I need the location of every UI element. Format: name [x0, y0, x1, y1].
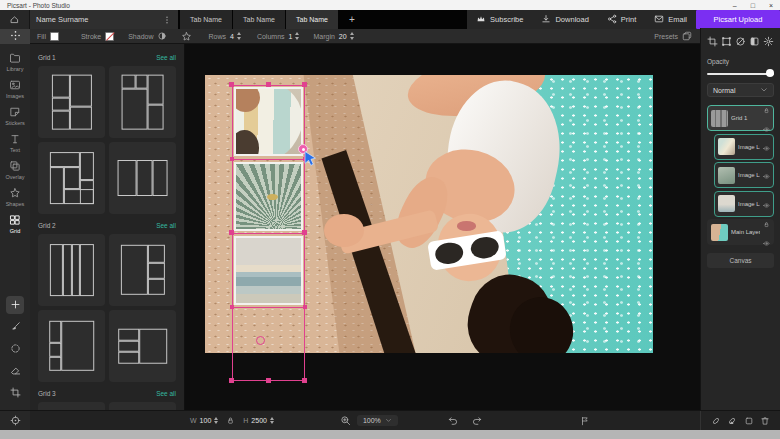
gear-icon-button[interactable]	[763, 33, 774, 51]
zoom-icon[interactable]	[340, 415, 351, 426]
download-button[interactable]: Download	[532, 10, 597, 29]
rows-stepper[interactable]	[237, 32, 241, 40]
eye-icon[interactable]	[763, 233, 770, 251]
selection-handle[interactable]	[302, 378, 307, 383]
sidebar-item-images[interactable]: Images	[0, 75, 30, 102]
opacity-slider-track[interactable]	[707, 73, 774, 75]
divider-handle[interactable]	[230, 157, 234, 161]
crop-tool-button[interactable]	[6, 384, 24, 402]
sidebar-item-grid[interactable]: Grid	[0, 210, 30, 237]
canvas-area[interactable]	[185, 44, 700, 410]
eye-icon[interactable]	[763, 166, 770, 184]
divider-handle[interactable]	[230, 305, 234, 309]
picsart-upload-button[interactable]: Picsart Upload	[696, 10, 780, 29]
eroval-button[interactable]	[711, 416, 721, 426]
tab-1[interactable]: Tab Name	[180, 10, 232, 29]
duplicate-button[interactable]	[744, 416, 754, 426]
columns-stepper[interactable]	[295, 32, 299, 40]
sidebar-item-text[interactable]: Text	[0, 129, 30, 156]
divider-handle[interactable]	[303, 305, 307, 309]
blend-mode-select[interactable]: Normal	[707, 83, 774, 97]
fill-swatch[interactable]	[50, 32, 59, 41]
undo-button[interactable]	[448, 415, 459, 426]
tab-3[interactable]: Tab Name	[286, 10, 338, 29]
divider-handle[interactable]	[230, 231, 234, 235]
project-name-field[interactable]: Name Surname	[30, 10, 178, 29]
grid-template-thumb-1-4[interactable]	[109, 142, 176, 214]
layer-row-image-layer[interactable]: Image Layer	[714, 134, 774, 160]
rows-value[interactable]: 4	[230, 33, 234, 40]
opacity-slider[interactable]	[707, 69, 774, 78]
shadow-control[interactable]: Shadow	[128, 31, 167, 41]
halfsq-icon-button[interactable]	[749, 33, 760, 51]
columns-value[interactable]: 1	[289, 33, 293, 40]
kebab-menu-icon[interactable]	[162, 15, 172, 25]
height-value[interactable]: 2500	[251, 417, 267, 424]
eye-icon[interactable]	[763, 195, 770, 213]
grid-template-thumb-2-4[interactable]	[109, 310, 176, 382]
sidebar-item-stickers[interactable]: Stickers	[0, 102, 30, 129]
plus-tool-button[interactable]	[6, 296, 24, 314]
see-all-link[interactable]: See all	[156, 54, 176, 61]
selection-handle[interactable]	[266, 378, 271, 383]
opacity-slider-knob[interactable]	[766, 69, 774, 77]
email-button[interactable]: Email	[645, 10, 696, 29]
sidebar-item-shapes[interactable]: Shapes	[0, 183, 30, 210]
rotate-handle-icon[interactable]	[256, 336, 265, 345]
sidebar-item-library[interactable]: Library	[0, 48, 30, 75]
minimize-button[interactable]: –	[733, 2, 737, 9]
layer-row-grid-1[interactable]: Grid 1	[707, 105, 774, 131]
aspect-lock-icon[interactable]	[226, 416, 235, 425]
cell-divider[interactable]	[232, 233, 305, 234]
navigator-button[interactable]	[0, 411, 30, 431]
zoom-level-select[interactable]: 100%	[357, 415, 398, 426]
trash-button[interactable]	[760, 416, 770, 426]
lock-icon[interactable]	[763, 100, 770, 118]
cell-divider[interactable]	[232, 159, 305, 160]
export-flag-button[interactable]	[580, 416, 590, 426]
canvas-layer-button[interactable]: Canvas	[707, 253, 774, 268]
grid-template-thumb-1-3[interactable]	[38, 142, 105, 214]
layer-row-image-layer[interactable]: Image Layer	[714, 162, 774, 188]
selection-handle[interactable]	[266, 82, 271, 87]
grid-template-thumb-3-2[interactable]	[109, 402, 176, 410]
height-stepper[interactable]	[270, 417, 274, 425]
frame-icon-button[interactable]	[721, 33, 732, 51]
see-all-link[interactable]: See all	[156, 390, 176, 397]
width-value[interactable]: 100	[200, 417, 212, 424]
lasso-tool-button[interactable]	[6, 340, 24, 358]
selection-handle[interactable]	[229, 378, 234, 383]
grid-template-thumb-1-1[interactable]	[38, 66, 105, 138]
print-button[interactable]: Print	[598, 10, 645, 29]
brush-tool-button[interactable]	[6, 318, 24, 336]
eraser-tool-button[interactable]	[6, 362, 24, 380]
presets-button[interactable]: Presets	[654, 31, 692, 41]
grid-template-thumb-1-2[interactable]	[109, 66, 176, 138]
eyeoff-icon-button[interactable]	[735, 33, 746, 51]
close-button[interactable]: ×	[769, 2, 773, 9]
see-all-link[interactable]: See all	[156, 222, 176, 229]
crop-icon-button[interactable]	[707, 33, 718, 51]
grid-template-thumb-2-1[interactable]	[38, 234, 105, 306]
selection-handle[interactable]	[302, 82, 307, 87]
sidebar-item-overlay[interactable]: Overlay	[0, 156, 30, 183]
transform-tool-button[interactable]	[0, 29, 30, 44]
stroke-swatch[interactable]	[105, 32, 114, 41]
add-tab-button[interactable]: +	[338, 10, 366, 29]
favorite-star-icon[interactable]	[181, 31, 192, 42]
margin-stepper[interactable]	[350, 32, 354, 40]
cell-divider[interactable]	[232, 307, 305, 308]
redo-button[interactable]	[471, 415, 482, 426]
grid-template-thumb-2-2[interactable]	[109, 234, 176, 306]
subscribe-button[interactable]: Subscribe	[467, 10, 532, 29]
grid-template-thumb-2-3[interactable]	[38, 310, 105, 382]
tab-2[interactable]: Tab Name	[233, 10, 285, 29]
selected-grid-collage[interactable]	[232, 85, 305, 381]
eye-icon[interactable]	[763, 138, 770, 156]
width-stepper[interactable]	[214, 417, 218, 425]
lock-icon[interactable]	[763, 214, 770, 232]
divider-handle[interactable]	[303, 231, 307, 235]
maximize-button[interactable]: □	[751, 2, 755, 9]
clear-button[interactable]	[727, 416, 737, 426]
grid-template-thumb-3-1[interactable]	[38, 402, 105, 410]
